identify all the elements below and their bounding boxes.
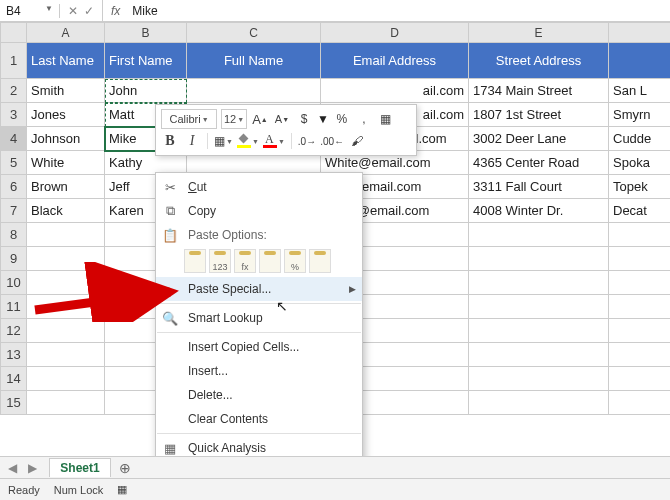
cell[interactable]: 1807 1st Street (469, 103, 609, 127)
cell[interactable]: Smith (27, 79, 105, 103)
menu-paste-options-label: 📋 Paste Options: (156, 223, 362, 247)
paste-link-icon[interactable] (309, 249, 331, 273)
row-header[interactable]: 10 (1, 271, 27, 295)
menu-clear-contents[interactable]: Clear Contents (156, 407, 362, 431)
cell[interactable]: 3002 Deer Lane (469, 127, 609, 151)
name-box[interactable]: B4 ▼ (0, 4, 60, 18)
font-name-dropdown[interactable]: Calibri▼ (161, 109, 217, 129)
paste-formulas-icon[interactable]: fx (234, 249, 256, 273)
formula-bar-value[interactable]: Mike (128, 4, 157, 18)
search-icon: 🔍 (160, 311, 180, 326)
cell[interactable]: Brown (27, 175, 105, 199)
status-ready: Ready (8, 484, 40, 496)
cell[interactable]: John (105, 79, 187, 103)
cell[interactable]: Jones (27, 103, 105, 127)
fill-color-icon[interactable]: ▼ (237, 131, 259, 151)
macro-record-icon[interactable]: ▦ (117, 483, 127, 496)
row-header[interactable]: 8 (1, 223, 27, 247)
cell[interactable]: Last Name (27, 43, 105, 79)
row-header[interactable]: 12 (1, 319, 27, 343)
row-header[interactable]: 14 (1, 367, 27, 391)
cell[interactable]: 3311 Fall Court (469, 175, 609, 199)
cell[interactable]: Spoka (609, 151, 671, 175)
cell[interactable]: ail.com (321, 79, 469, 103)
decrease-decimal-icon[interactable]: .00← (320, 131, 344, 151)
menu-cut[interactable]: ✂ CuCutt (156, 175, 362, 199)
row-header[interactable]: 7 (1, 199, 27, 223)
row-header[interactable]: 1 (1, 43, 27, 79)
context-menu: ✂ CuCutt ⧉ Copy 📋 Paste Options: 123 fx … (155, 172, 363, 500)
name-box-value: B4 (6, 4, 21, 18)
row-header[interactable]: 11 (1, 295, 27, 319)
cell[interactable]: Email Address (321, 43, 469, 79)
col-header[interactable]: A (27, 23, 105, 43)
sheet-tab[interactable]: Sheet1 (49, 458, 110, 477)
scissors-icon: ✂ (160, 180, 180, 195)
cell[interactable]: Smyrn (609, 103, 671, 127)
add-sheet-icon[interactable]: ⊕ (111, 460, 139, 476)
cell[interactable]: Black (27, 199, 105, 223)
font-size-dropdown[interactable]: 12▼ (221, 109, 247, 129)
row-header[interactable]: 15 (1, 391, 27, 415)
bold-icon[interactable]: B (161, 131, 179, 151)
menu-smart-lookup[interactable]: 🔍 Smart Lookup (156, 306, 362, 330)
col-header[interactable]: E (469, 23, 609, 43)
italic-icon[interactable]: I (183, 131, 201, 151)
increase-decimal-icon[interactable]: .0→ (298, 131, 316, 151)
row-header[interactable]: 3 (1, 103, 27, 127)
menu-copy[interactable]: ⧉ Copy (156, 199, 362, 223)
cell[interactable]: Topek (609, 175, 671, 199)
copy-icon: ⧉ (160, 203, 180, 219)
percent-icon[interactable]: % (333, 109, 351, 129)
paste-transpose-icon[interactable] (259, 249, 281, 273)
status-bar: Ready Num Lock ▦ (0, 478, 670, 500)
table-format-icon[interactable]: ▦ (377, 109, 395, 129)
paste-options-row: 123 fx % (156, 247, 362, 277)
increase-font-icon[interactable]: A▲ (251, 109, 269, 129)
row-header[interactable]: 2 (1, 79, 27, 103)
decrease-font-icon[interactable]: A▼ (273, 109, 291, 129)
row-header[interactable]: 6 (1, 175, 27, 199)
cell[interactable] (609, 43, 671, 79)
cell[interactable]: 4365 Center Road (469, 151, 609, 175)
cell[interactable]: First Name (105, 43, 187, 79)
col-header[interactable]: B (105, 23, 187, 43)
select-all-corner[interactable] (1, 23, 27, 43)
currency-icon[interactable]: $ (295, 109, 313, 129)
format-painter-icon[interactable]: 🖌 (348, 131, 366, 151)
cell[interactable]: Decat (609, 199, 671, 223)
cell[interactable]: Cudde (609, 127, 671, 151)
sheet-nav-icon[interactable]: ◀ ▶ (0, 461, 49, 475)
cell[interactable] (187, 79, 321, 103)
mini-toolbar: Calibri▼ 12▼ A▲ A▼ $▼ % , ▦ B I ▦▼ ▼ ▼ .… (155, 104, 417, 156)
enter-icon: ✓ (84, 4, 94, 18)
cell[interactable]: Johnson (27, 127, 105, 151)
col-header[interactable]: C (187, 23, 321, 43)
cell[interactable]: 4008 Winter Dr. (469, 199, 609, 223)
cell[interactable]: Full Name (187, 43, 321, 79)
paste-formatting-icon[interactable]: % (284, 249, 306, 273)
chevron-down-icon[interactable]: ▼ (317, 112, 329, 126)
row-header[interactable]: 13 (1, 343, 27, 367)
borders-icon[interactable]: ▦▼ (214, 131, 233, 151)
menu-paste-special[interactable]: Paste Special... ▶ (156, 277, 362, 301)
cell[interactable]: San L (609, 79, 671, 103)
font-color-icon[interactable]: ▼ (263, 131, 285, 151)
fx-icon[interactable]: fx (103, 4, 128, 18)
chevron-down-icon[interactable]: ▼ (45, 4, 53, 13)
cell[interactable]: White (27, 151, 105, 175)
row-header[interactable]: 4 (1, 127, 27, 151)
col-header[interactable] (609, 23, 671, 43)
menu-insert-copied[interactable]: Insert Copied Cells... (156, 335, 362, 359)
chevron-right-icon: ▶ (349, 284, 356, 294)
cell[interactable]: Street Address (469, 43, 609, 79)
comma-icon[interactable]: , (355, 109, 373, 129)
cell[interactable]: 1734 Main Street (469, 79, 609, 103)
menu-delete[interactable]: Delete... (156, 383, 362, 407)
row-header[interactable]: 9 (1, 247, 27, 271)
paste-values-icon[interactable]: 123 (209, 249, 231, 273)
paste-all-icon[interactable] (184, 249, 206, 273)
col-header[interactable]: D (321, 23, 469, 43)
row-header[interactable]: 5 (1, 151, 27, 175)
menu-insert[interactable]: Insert... (156, 359, 362, 383)
